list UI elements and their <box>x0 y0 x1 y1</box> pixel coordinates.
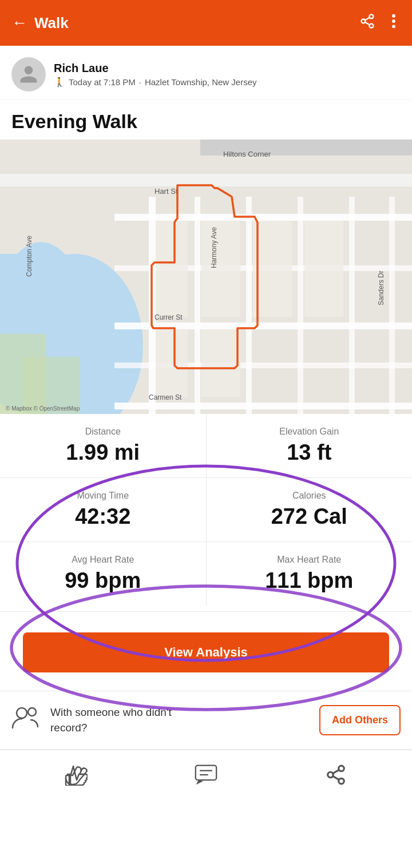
svg-rect-18 <box>114 403 412 409</box>
back-button[interactable]: ← <box>11 14 27 32</box>
add-others-left: With someone who didn't record? <box>11 705 211 735</box>
svg-line-52 <box>332 777 339 780</box>
header: ← Walk <box>0 0 412 46</box>
svg-rect-25 <box>349 197 355 414</box>
separator: · <box>139 77 141 87</box>
header-icons <box>359 13 401 33</box>
svg-point-7 <box>392 25 395 28</box>
add-others-section: With someone who didn't record? Add Othe… <box>0 691 412 750</box>
svg-line-4 <box>365 18 370 21</box>
svg-text:Currer St: Currer St <box>154 313 183 321</box>
bottom-nav <box>0 750 412 799</box>
svg-rect-32 <box>304 221 343 317</box>
view-analysis-container: View Analysis <box>0 618 412 691</box>
svg-line-3 <box>365 22 370 25</box>
svg-text:© Mapbox © OpenStreetMap: © Mapbox © OpenStreetMap <box>6 405 80 412</box>
max-hr-value: 111 bpm <box>224 568 395 593</box>
svg-rect-27 <box>156 221 188 317</box>
svg-rect-30 <box>201 329 240 397</box>
user-location: Hazlet Township, New Jersey <box>145 77 257 87</box>
svg-point-5 <box>392 14 395 18</box>
stats-row-1: Distance 1.99 mi Elevation Gain 13 ft <box>0 414 412 478</box>
svg-point-6 <box>392 19 395 23</box>
svg-rect-28 <box>201 221 240 317</box>
activity-title: Evening Walk <box>11 110 401 133</box>
activity-title-section: Evening Walk <box>0 100 412 140</box>
stats-row-2: Moving Time 42:32 Calories 272 Cal <box>0 478 412 542</box>
stat-calories: Calories 272 Cal <box>207 478 413 541</box>
avatar <box>11 57 46 91</box>
svg-point-43 <box>17 708 27 718</box>
svg-rect-46 <box>196 766 216 780</box>
more-icon[interactable] <box>387 13 401 33</box>
svg-rect-22 <box>195 197 200 414</box>
svg-rect-16 <box>114 214 412 221</box>
user-meta: 🚶 Today at 7:18 PM · Hazlet Township, Ne… <box>54 77 257 87</box>
svg-text:Compton Ave: Compton Ave <box>25 236 33 277</box>
stat-avg-hr: Avg Heart Rate 99 bpm <box>0 542 207 606</box>
user-info: Rich Laue 🚶 Today at 7:18 PM · Hazlet To… <box>54 62 257 87</box>
avg-hr-label: Avg Heart Rate <box>17 555 189 565</box>
svg-text:Carmen St: Carmen St <box>149 393 182 401</box>
svg-text:Hiltons Corner: Hiltons Corner <box>223 150 271 158</box>
like-button[interactable] <box>65 764 88 786</box>
distance-label: Distance <box>17 427 189 437</box>
stat-max-hr: Max Heart Rate 111 bpm <box>207 542 413 606</box>
svg-point-44 <box>28 708 36 716</box>
user-name: Rich Laue <box>54 62 257 75</box>
map-container[interactable]: Hart St Currer St Carmen St Harmony Ave … <box>0 140 412 414</box>
user-section: Rich Laue 🚶 Today at 7:18 PM · Hazlet To… <box>0 46 412 100</box>
elevation-label: Elevation Gain <box>224 427 395 437</box>
svg-rect-23 <box>246 197 252 414</box>
activity-icon: 🚶 <box>54 77 65 87</box>
moving-time-label: Moving Time <box>17 491 189 501</box>
add-others-button[interactable]: Add Others <box>319 705 401 735</box>
avg-hr-value: 99 bpm <box>17 568 189 593</box>
stat-moving-time: Moving Time 42:32 <box>0 478 207 541</box>
header-left: ← Walk <box>11 14 69 32</box>
stats-row-3: Avg Heart Rate 99 bpm Max Heart Rate 111… <box>0 542 412 612</box>
svg-rect-29 <box>156 329 188 397</box>
svg-rect-26 <box>389 197 395 414</box>
svg-rect-31 <box>253 221 292 317</box>
svg-rect-24 <box>298 197 303 414</box>
svg-line-53 <box>332 770 339 773</box>
svg-rect-45 <box>66 775 70 786</box>
elevation-value: 13 ft <box>224 440 395 465</box>
share-icon[interactable] <box>359 13 375 33</box>
comment-button[interactable] <box>195 764 217 786</box>
calories-value: 272 Cal <box>224 504 395 529</box>
svg-text:Harmony Ave: Harmony Ave <box>210 227 218 268</box>
people-icon <box>11 706 41 734</box>
distance-value: 1.99 mi <box>17 440 189 465</box>
svg-text:Hart St: Hart St <box>154 187 178 196</box>
view-analysis-button[interactable]: View Analysis <box>23 632 389 672</box>
svg-text:Sanders Dr: Sanders Dr <box>377 270 385 305</box>
header-title: Walk <box>34 14 69 32</box>
stats-section: Distance 1.99 mi Elevation Gain 13 ft Mo… <box>0 414 412 612</box>
add-others-text: With someone who didn't record? <box>50 705 211 735</box>
max-hr-label: Max Heart Rate <box>224 555 395 565</box>
calories-label: Calories <box>224 491 395 501</box>
annotation-area <box>0 612 412 618</box>
moving-time-value: 42:32 <box>17 504 189 529</box>
share-activity-button[interactable] <box>324 764 347 786</box>
user-time: Today at 7:18 PM <box>69 77 136 87</box>
